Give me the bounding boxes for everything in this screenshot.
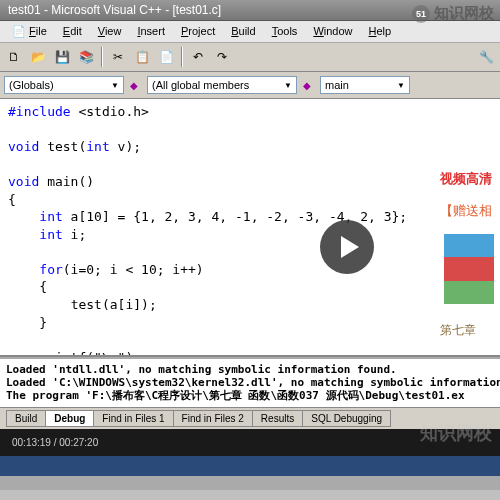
watermark-top: 51 知识网校 (412, 4, 494, 23)
side-colorblock (444, 234, 494, 304)
menu-insert[interactable]: Insert (129, 23, 173, 40)
cut-icon[interactable]: ✂ (107, 46, 129, 68)
redo-icon[interactable]: ↷ (211, 46, 233, 68)
code-editor[interactable]: #include <stdio.h> void test(int v); voi… (0, 99, 500, 357)
menu-window[interactable]: Window (305, 23, 360, 40)
menu-edit[interactable]: Edit (55, 23, 90, 40)
menu-build[interactable]: Build (223, 23, 263, 40)
new-icon[interactable]: 🗋 (3, 46, 25, 68)
tab-fif2[interactable]: Find in Files 2 (174, 410, 253, 427)
toolbar: 🗋 📂 💾 📚 ✂ 📋 📄 ↶ ↷ 🔧 (0, 43, 500, 72)
copy-icon[interactable]: 📋 (131, 46, 153, 68)
bullet-icon: ◆ (130, 80, 138, 91)
paste-icon[interactable]: 📄 (155, 46, 177, 68)
menu-help[interactable]: Help (361, 23, 400, 40)
video-time: 00:13:19 / 00:27:20 (12, 437, 98, 448)
save-icon[interactable]: 💾 (51, 46, 73, 68)
play-button[interactable] (320, 220, 374, 274)
scope-dropdown[interactable]: (Globals) (4, 76, 124, 94)
watermark-bottom: 知识网校 (420, 421, 492, 445)
menu-project[interactable]: Project (173, 23, 223, 40)
side-title-orange: 【赠送相 (440, 202, 500, 220)
members-dropdown[interactable]: (All global members (147, 76, 297, 94)
tab-debug[interactable]: Debug (46, 410, 94, 427)
tab-build[interactable]: Build (6, 410, 46, 427)
output-pane[interactable]: Loaded 'ntdll.dll', no matching symbolic… (0, 357, 500, 407)
bullet-icon: ◆ (303, 80, 311, 91)
menu-file[interactable]: 📄 File (4, 23, 55, 40)
scope-bar: (Globals) ◆ (All global members ◆ main (0, 72, 500, 99)
save-all-icon[interactable]: 📚 (75, 46, 97, 68)
footer-blue (0, 456, 500, 476)
footer-gray (0, 476, 500, 490)
side-panel: 视频高清 【赠送相 第七章 (440, 170, 500, 339)
menu-view[interactable]: View (90, 23, 130, 40)
menu-bar: 📄 File Edit View Insert Project Build To… (0, 21, 500, 43)
tab-fif1[interactable]: Find in Files 1 (94, 410, 173, 427)
tab-results[interactable]: Results (253, 410, 303, 427)
undo-icon[interactable]: ↶ (187, 46, 209, 68)
watermark-logo: 51 (412, 5, 430, 23)
side-title-red: 视频高清 (440, 170, 500, 188)
function-dropdown[interactable]: main (320, 76, 410, 94)
menu-tools[interactable]: Tools (264, 23, 306, 40)
tool-icon[interactable]: 🔧 (475, 46, 497, 68)
open-icon[interactable]: 📂 (27, 46, 49, 68)
tab-sql[interactable]: SQL Debugging (303, 410, 391, 427)
side-caption: 第七章 (440, 322, 500, 339)
